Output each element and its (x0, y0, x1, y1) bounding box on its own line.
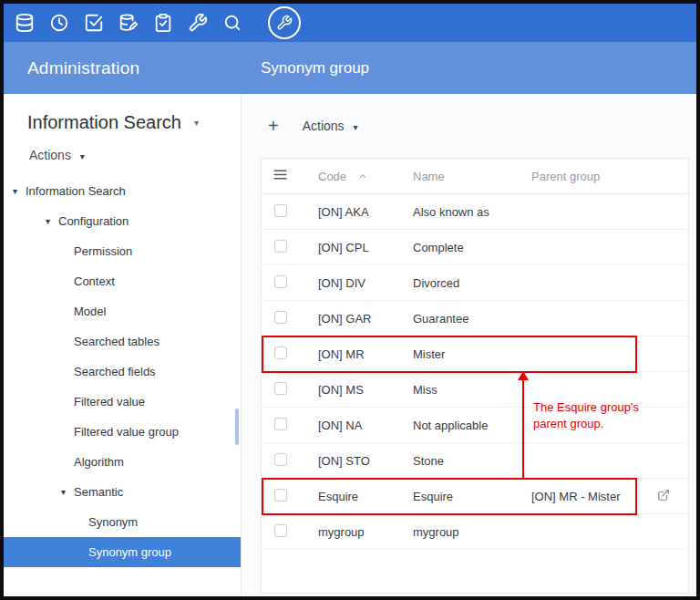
sidebar: Information Search ▾ Actions ▾ ▾Informat… (4, 94, 241, 596)
sidebar-actions-label: Actions (29, 148, 71, 162)
chevron-down-icon: ▾ (80, 151, 85, 161)
sidebar-item-semantic[interactable]: ▾Semantic (4, 477, 241, 507)
sidebar-item-configuration[interactable]: ▾Configuration (4, 206, 241, 236)
sidebar-title-dropdown[interactable]: Information Search ▾ (4, 94, 241, 133)
row-checkbox[interactable] (274, 524, 287, 537)
synonym-group-table: Code Name Parent group [ON] AKAAlso know… (261, 158, 689, 594)
table-menu-icon[interactable] (273, 167, 288, 182)
table-row--on-sto[interactable]: [ON] STOStone (262, 443, 688, 479)
cell-code: [ON] DIV (318, 276, 413, 290)
row-checkbox[interactable] (274, 453, 287, 466)
tree-expand-caret-icon[interactable]: ▾ (13, 186, 26, 196)
sidebar-item-algorithm[interactable]: Algorithm (4, 447, 241, 477)
cell-name: Not applicable (413, 419, 531, 432)
external-link-icon[interactable] (657, 489, 670, 502)
column-header-parent-group[interactable]: Parent group (531, 170, 650, 183)
checkbox-cell (262, 489, 318, 504)
cell-name: Complete (413, 241, 531, 254)
sidebar-item-permission[interactable]: Permission (4, 236, 241, 266)
table-row--on-aka[interactable]: [ON] AKAAlso known as (262, 194, 688, 230)
tree-item-label: Configuration (58, 214, 129, 228)
row-checkbox[interactable] (274, 347, 287, 359)
sidebar-actions-dropdown[interactable]: Actions ▾ (29, 148, 85, 162)
cell-code: mygroup (318, 525, 413, 539)
cell-name: Stone (413, 454, 531, 468)
main-panel: + Actions ▾ Code (241, 94, 696, 596)
cell-parent-group: [ON] MR - Mister (531, 490, 650, 503)
sidebar-item-synonym[interactable]: Synonym (4, 507, 241, 537)
sort-ascending-icon[interactable] (358, 171, 367, 181)
search-icon[interactable] (222, 13, 242, 33)
sidebar-item-information-search[interactable]: ▾Information Search (4, 176, 241, 206)
content-area: Information Search ▾ Actions ▾ ▾Informat… (4, 94, 696, 596)
table-row--on-gar[interactable]: [ON] GARGuarantee (262, 301, 688, 336)
sidebar-scrollbar[interactable] (235, 409, 239, 445)
add-button[interactable]: + (268, 117, 279, 135)
cell-name: Divorced (413, 276, 531, 290)
checkbox-cell (262, 275, 318, 291)
clipboard-check-icon[interactable] (153, 13, 173, 33)
tree-item-label: Filtered value (74, 395, 145, 409)
sidebar-item-searched-tables[interactable]: Searched tables (4, 326, 241, 357)
column-header-code[interactable]: Code (318, 170, 413, 183)
checkbox-cell (262, 240, 318, 255)
admin-section-title: Administration (4, 58, 241, 78)
database-icon[interactable] (15, 13, 35, 33)
tree-item-label: Information Search (26, 184, 126, 198)
cell-name: Esquire (413, 490, 531, 503)
sidebar-item-model[interactable]: Model (4, 296, 241, 326)
row-checkbox[interactable] (274, 240, 287, 253)
row-checkbox[interactable] (274, 418, 287, 430)
header-band: Administration Synonym group (4, 42, 696, 94)
table-row-mygroup[interactable]: mygroupmygroup (262, 514, 688, 550)
row-checkbox[interactable] (274, 275, 287, 288)
tree-item-label: Semantic (74, 485, 123, 499)
checkbox-cell (262, 347, 318, 362)
database-edit-icon[interactable] (118, 13, 139, 33)
cell-code: Esquire (318, 490, 413, 503)
cell-code: [ON] GAR (318, 312, 413, 326)
sidebar-item-searched-fields[interactable]: Searched fields (4, 357, 241, 387)
actions-label: Actions (303, 119, 345, 133)
tree-item-label: Searched tables (74, 335, 160, 348)
sidebar-tree: ▾Information Search▾ConfigurationPermiss… (4, 176, 241, 567)
tree-item-label: Synonym group (88, 545, 171, 559)
app-window: Administration Synonym group Information… (0, 0, 700, 600)
cell-code: [ON] MR (318, 347, 413, 361)
column-header-name[interactable]: Name (413, 170, 531, 183)
checkbox-cell (262, 204, 318, 220)
table-row-esquire[interactable]: EsquireEsquire[ON] MR - Mister (262, 479, 688, 514)
sidebar-item-context[interactable]: Context (4, 266, 241, 296)
topbar (4, 4, 696, 42)
tree-expand-caret-icon[interactable]: ▾ (61, 487, 74, 497)
table-row--on-mr[interactable]: [ON] MRMister (262, 336, 688, 372)
cell-name: Mister (413, 347, 531, 361)
table-row--on-cpl[interactable]: [ON] CPLComplete (262, 230, 688, 265)
check-square-icon[interactable] (84, 13, 104, 33)
clock-icon[interactable] (49, 13, 69, 33)
checkbox-cell (262, 418, 318, 433)
tree-item-label: Filtered value group (74, 425, 179, 439)
sidebar-item-filtered-value[interactable]: Filtered value (4, 387, 241, 417)
cell-code: [ON] NA (318, 419, 413, 432)
page-title: Synonym group (241, 59, 369, 78)
table-row--on-div[interactable]: [ON] DIVDivorced (262, 265, 688, 301)
row-checkbox[interactable] (274, 311, 287, 324)
wrench-icon[interactable] (188, 13, 208, 33)
cell-code: [ON] AKA (318, 205, 413, 219)
row-checkbox[interactable] (274, 489, 287, 502)
link-cell (650, 489, 688, 504)
actions-dropdown[interactable]: Actions ▾ (303, 119, 358, 133)
chevron-down-icon: ▾ (354, 122, 358, 132)
tree-expand-caret-icon[interactable]: ▾ (46, 216, 58, 226)
sidebar-item-filtered-value-group[interactable]: Filtered value group (4, 417, 241, 447)
sidebar-item-synonym-group[interactable]: Synonym group (4, 537, 241, 567)
table-row--on-ms[interactable]: [ON] MSMiss (262, 372, 688, 408)
checkbox-cell (262, 311, 318, 326)
row-checkbox[interactable] (274, 204, 287, 217)
table-row--on-na[interactable]: [ON] NANot applicable (262, 408, 688, 443)
checkbox-cell (262, 453, 318, 469)
row-checkbox[interactable] (274, 382, 287, 395)
tree-item-label: Searched fields (74, 365, 156, 378)
active-tool-button[interactable] (268, 6, 301, 39)
